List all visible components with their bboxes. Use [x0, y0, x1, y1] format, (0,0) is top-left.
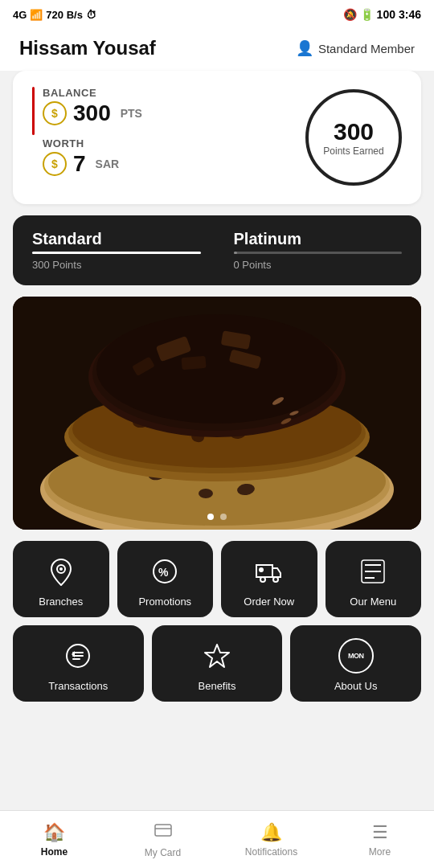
benefits-button[interactable]: Benefits [152, 625, 283, 702]
balance-left: BALANCE $ 300 PTS WORTH $ 7 [32, 87, 142, 188]
banner-dot-2[interactable] [220, 514, 227, 520]
timer-icon: ⏱ [86, 9, 96, 21]
tier-standard-track [32, 252, 201, 254]
svg-text:%: % [158, 566, 169, 579]
action-grid-2: Transactions Benefits MON About Us [13, 625, 421, 702]
tier-platinum-name: Platinum [234, 230, 403, 248]
action-grid-1: Branches % Promotions Orde [13, 541, 421, 617]
points-circle: 300 Points Earned [305, 89, 402, 186]
user-icon: 👤 [296, 39, 313, 57]
coin-icon: $ [43, 101, 67, 125]
banner-dot-1[interactable] [207, 514, 214, 520]
speed-text: 720 B/s [46, 9, 83, 21]
order-now-label: Order Now [244, 596, 294, 608]
nav-notifications[interactable]: 🔔 Notifications [217, 811, 326, 868]
balance-label: BALANCE [43, 87, 142, 99]
signal-icon: 4G [13, 9, 27, 21]
user-name: Hissam Yousaf [19, 37, 156, 59]
tier-standard-points: 300 Points [32, 259, 201, 271]
nav-more-label: More [369, 846, 391, 858]
bell-icon: 🔕 [343, 8, 357, 21]
status-bar: 4G 📶 720 B/s ⏱ 🔕 🔋 100 3:46 [0, 0, 434, 29]
svg-rect-39 [155, 825, 171, 836]
nav-notifications-label: Notifications [245, 846, 297, 858]
svg-rect-20 [181, 356, 206, 371]
points-circle-number: 300 [334, 118, 374, 145]
nav-card[interactable]: My Card [108, 811, 217, 868]
location-icon [43, 554, 79, 589]
banner-image [13, 297, 421, 530]
bell-nav-icon: 🔔 [260, 822, 282, 843]
battery-text: 🔋 100 [360, 8, 395, 21]
tier-platinum: Platinum 0 Points [234, 230, 403, 271]
status-right: 🔕 🔋 100 3:46 [343, 8, 421, 21]
svg-point-6 [199, 489, 213, 498]
star-icon [199, 638, 235, 674]
svg-point-27 [59, 567, 63, 571]
svg-point-17 [96, 314, 338, 424]
tier-platinum-fill [234, 252, 237, 254]
banner-dots[interactable] [207, 514, 227, 520]
more-nav-icon: ☰ [372, 822, 388, 843]
our-menu-label: Our Menu [350, 596, 396, 608]
balance-row: BALANCE $ 300 PTS [43, 87, 142, 126]
svg-point-32 [259, 567, 264, 572]
tier-standard-name: Standard [32, 230, 201, 248]
wifi-icon: 📶 [30, 9, 43, 21]
nav-card-label: My Card [145, 847, 181, 858]
transfer-icon [60, 638, 96, 674]
member-badge: 👤 Standard Member [296, 39, 415, 57]
tier-platinum-points: 0 Points [234, 259, 403, 271]
nav-home-label: Home [41, 846, 68, 858]
svg-marker-38 [205, 645, 229, 667]
about-us-button[interactable]: MON About Us [290, 625, 421, 702]
promotions-button[interactable]: % Promotions [117, 541, 214, 617]
header: Hissam Yousaf 👤 Standard Member [0, 29, 434, 71]
about-us-label: About Us [334, 680, 377, 692]
worth-unit: SAR [96, 158, 120, 170]
delivery-icon [252, 554, 287, 589]
order-now-button[interactable]: Order Now [221, 541, 317, 617]
home-nav-icon: 🏠 [43, 822, 65, 843]
worth-label: WORTH [43, 137, 119, 149]
percent-icon: % [147, 554, 182, 589]
balance-divider [32, 87, 35, 135]
transactions-button[interactable]: Transactions [13, 625, 144, 702]
balance-texts: BALANCE $ 300 PTS WORTH $ 7 [43, 87, 142, 188]
worth-amount: 7 [73, 151, 86, 177]
worth-row: WORTH $ 7 SAR [43, 137, 142, 177]
branches-label: Branches [39, 596, 83, 608]
banner-svg [13, 297, 421, 530]
nav-home[interactable]: 🏠 Home [0, 811, 108, 868]
time-text: 3:46 [399, 8, 421, 21]
points-circle-label: Points Earned [323, 145, 383, 157]
bottom-nav: 🏠 Home My Card 🔔 Notifications ☰ More [0, 810, 434, 868]
member-type: Standard Member [318, 42, 415, 55]
status-left: 4G 📶 720 B/s ⏱ [13, 9, 96, 21]
balance-unit: PTS [121, 107, 142, 120]
tier-standard: Standard 300 Points [32, 230, 201, 271]
promotions-label: Promotions [138, 596, 191, 608]
branches-button[interactable]: Branches [13, 541, 109, 617]
mon-logo-icon: MON [338, 638, 374, 674]
worth-coin-icon: $ [43, 152, 67, 176]
menu-list-icon [355, 554, 391, 589]
our-menu-button[interactable]: Our Menu [326, 541, 422, 617]
benefits-label: Benefits [199, 680, 236, 692]
balance-amount: 300 [73, 100, 111, 126]
nav-more[interactable]: ☰ More [326, 811, 434, 868]
tier-standard-fill [32, 252, 201, 254]
balance-card: BALANCE $ 300 PTS WORTH $ 7 [13, 71, 421, 204]
banner[interactable] [13, 297, 421, 530]
tier-card: Standard 300 Points Platinum 0 Points [13, 215, 421, 285]
transactions-label: Transactions [48, 680, 108, 692]
card-nav-icon [154, 821, 172, 844]
tier-platinum-track [234, 252, 403, 254]
